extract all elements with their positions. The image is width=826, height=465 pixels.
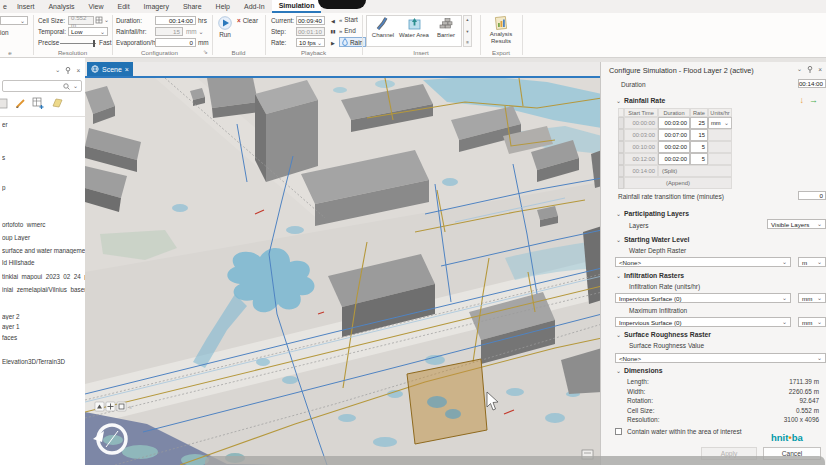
water-depth-raster-dropdown[interactable]: <None> ⌄ [615,257,791,267]
section-chevron-icon[interactable]: ⌄ [616,210,621,217]
tab-analysis[interactable]: Analysis [41,0,81,13]
layer-item-flood-layer-1[interactable]: ayer 1 [2,323,85,330]
barrier-tool[interactable]: Barrier [431,16,461,38]
chevron-down-icon[interactable]: ⌄ [104,18,109,22]
water-area-tool[interactable]: Water Area [398,16,430,38]
rate-cell[interactable]: 15 [690,129,708,141]
tab-fragment[interactable]: e [0,3,10,10]
infiltration-rate-dropdown[interactable]: Impervious Surface (0) ⌄ [615,293,791,303]
water-depth-unit-dropdown[interactable]: m ⌄ [798,257,826,267]
scene-3d-view[interactable]: S [85,62,602,465]
run-button[interactable]: Run [215,15,235,47]
section-chevron-icon[interactable]: ⌄ [616,97,621,104]
tab-imagery[interactable]: Imagery [137,0,176,13]
close-icon[interactable]: × [125,66,129,73]
duration-input[interactable]: 00:14:00 [798,79,826,88]
scroll-up-icon[interactable]: ▴ [466,17,468,22]
tab-share[interactable]: Share [176,0,209,13]
cell-size-input[interactable]: 0.552 m [68,16,94,25]
layer-item[interactable]: ld Hillshade [2,259,85,266]
close-icon[interactable]: × [818,66,822,73]
partial-tool-icon[interactable] [0,98,9,109]
pin-icon[interactable] [807,66,813,73]
step-back-button[interactable]: ◀ [328,16,338,25]
pause-button[interactable]: ▮▮ [328,27,338,36]
pin-icon[interactable] [65,67,71,74]
area-of-interest-polygon[interactable] [407,359,487,444]
tab-add-in[interactable]: Add-In [237,0,272,13]
bottom-window-edge [205,456,825,465]
current-input[interactable]: 00:09:40 [296,16,325,25]
analysis-results-button[interactable]: Analysis Results [483,15,519,45]
pencil-icon[interactable] [15,98,26,109]
duration-cell[interactable]: 00:03:00 [658,117,690,129]
evaporation-input[interactable]: 0 [155,38,196,47]
layer-item[interactable]: surface and water management [2,247,85,254]
close-icon[interactable]: × [76,67,80,74]
step-next-icon[interactable]: → [809,95,818,105]
duration-cell[interactable]: 00:02:00 [658,153,690,165]
tab-edit[interactable]: Edit [111,0,137,13]
rainfall-unit-dropdown[interactable]: mm ⌄ [186,28,203,35]
playback-start-button[interactable]: « Start [339,16,358,23]
channel-tool[interactable]: Channel [368,16,398,38]
step-input[interactable]: 00:01:10 [296,27,325,36]
layer-item[interactable]: tinklai_mapoui_2023_02_24_pub... [2,273,85,280]
rainfall-input[interactable]: 15 [155,27,183,36]
label-tag-icon[interactable] [51,97,64,109]
scene-tab[interactable]: Scene × [87,62,133,76]
add-table-icon[interactable] [32,97,45,109]
layer-item[interactable]: faces [2,334,85,341]
chevron-down-icon[interactable]: ⌄ [797,65,802,73]
split-cell[interactable]: (Split) [658,165,732,177]
duration-cell[interactable]: 00:07:00 [658,129,690,141]
resolution-slider-track[interactable] [60,43,96,44]
clear-button[interactable]: × Clear [237,17,258,24]
dialog-launcher-icon[interactable]: ⇘ [203,48,208,55]
contain-water-checkbox[interactable] [615,428,622,435]
layer-item[interactable]: p [2,184,85,191]
tab-view[interactable]: View [82,0,111,13]
resolution-slider-handle[interactable] [93,40,95,47]
section-chevron-icon[interactable]: ⌄ [616,331,621,338]
layer-item[interactable]: oup Layer [2,234,85,241]
gallery-scroll[interactable]: ▴ ▾ ≡ [463,15,472,47]
section-chevron-icon[interactable]: ⌄ [616,272,621,279]
duration-cell[interactable]: 00:02:00 [658,141,690,153]
rate-cell[interactable]: 5 [690,141,708,153]
tab-insert[interactable]: Insert [10,0,42,13]
layer-item-terrain[interactable]: Elevation3D/Terrain3D [2,358,85,365]
playback-end-button[interactable]: » End [339,27,356,34]
duration-input[interactable]: 00:14:00 [155,16,196,25]
search-input[interactable]: ⌄ [2,80,82,92]
scroll-down-icon[interactable]: ▾ [466,29,468,34]
infiltration-rate-unit-dropdown[interactable]: mm ⌄ [798,293,826,303]
partial-dropdown[interactable]: ⌄ [0,16,28,25]
section-chevron-icon[interactable]: ⌄ [616,236,621,243]
tab-simulation-active[interactable]: Simulation [272,0,322,13]
layers-dropdown[interactable]: Visible Layers ⌄ [767,219,826,229]
maximum-infiltration-dropdown[interactable]: Impervious Surface (0) ⌄ [615,317,791,327]
gallery-expand-icon[interactable]: ≡ [466,40,469,45]
maximum-infiltration-unit-dropdown[interactable]: mm ⌄ [798,317,826,327]
layer-item[interactable]: iniai_zemelapiai/Vilnius_basem... [2,286,85,293]
chevron-down-icon[interactable]: ⌄ [55,66,60,74]
tab-help[interactable]: Help [209,0,237,13]
append-row[interactable]: (Append) [624,177,732,189]
grid-picker-icon[interactable] [95,16,103,24]
step-forward-button[interactable]: ▶ [328,38,338,47]
transition-time-input[interactable]: 0 [798,191,826,200]
rate-cell[interactable]: 5 [690,153,708,165]
move-down-icon[interactable]: ↓ [800,95,805,105]
units-dropdown[interactable]: mm⌄ [708,117,732,129]
rate-dropdown[interactable]: 10 fps ⌄ [296,38,325,47]
section-chevron-icon[interactable]: ⌄ [616,367,621,374]
layer-item[interactable]: ortofoto_wmerc [2,221,85,228]
layer-item-flood-layer-2[interactable]: ayer 2 [2,313,85,320]
layer-item[interactable]: er [2,121,85,128]
rate-cell[interactable]: 25 [690,117,708,129]
temporal-dropdown[interactable]: Low ⌄ [68,27,108,36]
chevron-down-icon: ⌄ [817,296,822,300]
layer-item[interactable]: s [2,154,85,161]
surface-roughness-dropdown[interactable]: <None> ⌄ [615,353,826,363]
